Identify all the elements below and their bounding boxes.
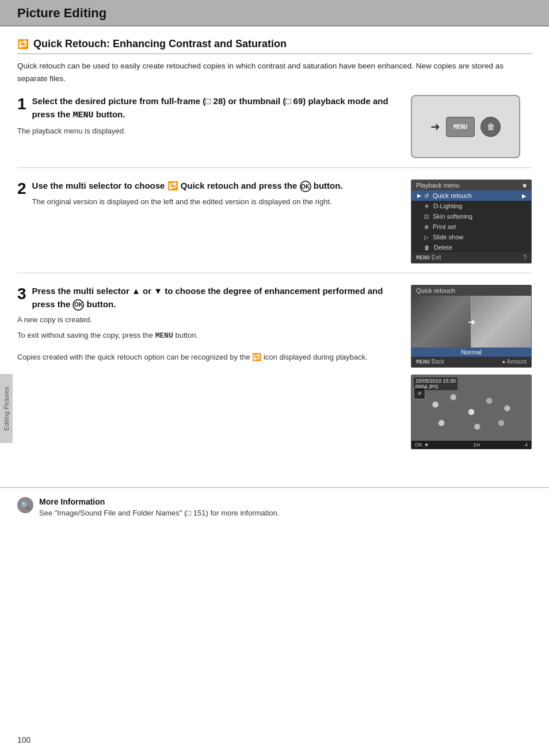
retouch-label-text: Normal [461, 349, 481, 356]
ok-button-icon-3: OK [73, 299, 84, 311]
menu-screenshot: Playback menu ■ ▶ ↺ Quick retouch ▶ ☀ D-… [411, 180, 532, 264]
menu-corner-indicator: ■ [523, 182, 527, 189]
retouch-left-image [411, 296, 471, 348]
playback-ok-label: OK ★ [415, 442, 429, 448]
more-info-block: 🔍 More Information See "Image/Sound File… [17, 497, 532, 517]
page-number: 100 [17, 735, 30, 744]
step-2-left: 2 Use the multi selector to choose 🔁 Qui… [17, 180, 399, 264]
step-2-desc: The original version is displayed on the… [17, 196, 399, 208]
menu-item-quick-retouch-label: Quick retouch [433, 192, 472, 199]
menu-title-text: Playback menu [416, 182, 459, 189]
menu-item-skin-softening-label: Skin softening [433, 213, 472, 220]
retouch-title-text: Quick retouch [416, 287, 455, 294]
menu-item-d-lighting: ☀ D-Lighting [411, 201, 531, 211]
slide-show-icon: ▷ [424, 234, 429, 240]
step-2-number: 2 [17, 181, 26, 197]
section-title: 🔁 Quick Retouch: Enhancing Contrast and … [17, 38, 532, 54]
menu-item-quick-retouch: ▶ ↺ Quick retouch ▶ [411, 190, 531, 201]
menu-item-delete-label: Delete [434, 244, 452, 251]
main-content: 🔁 Quick Retouch: Enhancing Contrast and … [0, 26, 549, 482]
section-intro: Quick retouch can be used to easily crea… [17, 60, 532, 85]
menu-arrow-icon: ▶ [522, 193, 527, 199]
playback-retouch-icon: ↺ [414, 388, 425, 399]
quick-retouch-menu-icon: ↺ [424, 193, 429, 199]
step-1-title: Select the desired picture from full-fra… [17, 95, 399, 122]
menu-item-slide-show-label: Slide show [433, 234, 463, 240]
step-2-image: Playback menu ■ ▶ ↺ Quick retouch ▶ ☀ D-… [411, 180, 532, 264]
menu-item-delete: 🗑 Delete [411, 242, 531, 253]
more-info-icon: 🔍 [17, 497, 33, 513]
arrow-icon: ➜ [430, 120, 440, 133]
menu-footer: MENU Exit ? [411, 253, 531, 263]
print-set-icon: ⊕ [424, 224, 429, 230]
step-3-desc2: To exit without saving the copy, press t… [17, 330, 399, 342]
more-info-content: More Information See "Image/Sound File a… [39, 497, 279, 517]
retouch-menu-label: MENU [416, 359, 430, 365]
menu-item-d-lighting-label: D-Lighting [433, 203, 462, 209]
sidebar-label: Editing Pictures [3, 387, 10, 430]
step-1: 1 Select the desired picture from full-f… [17, 95, 532, 168]
skin-softening-icon: ⊡ [424, 213, 429, 220]
menu-selector-icon: ▶ [416, 193, 422, 198]
quick-retouch-icon: 🔁 [17, 39, 29, 49]
page-title: Picture Editing [17, 6, 532, 21]
ok-button-icon-2: OK [300, 181, 311, 192]
retouch-title-bar: Quick retouch [411, 285, 531, 296]
d-lighting-icon: ☀ [424, 203, 429, 209]
step-3-images: Quick retouch ➜ Normal MENU Back ● Amoun… [411, 285, 532, 449]
retouch-screenshot: Quick retouch ➜ Normal MENU Back ● Amoun… [411, 285, 532, 368]
playback-screenshot: 15/05/2010 15:30 0004.JPG ↺ OK ★ 1m 4 [411, 375, 532, 449]
playback-date-text: 15/05/2010 15:30 [415, 378, 456, 384]
step-2-title: Use the multi selector to choose 🔁 Quick… [17, 180, 399, 193]
menu-label-step1: MENU [73, 110, 93, 120]
section-title-text: Quick Retouch: Enhancing Contrast and Sa… [33, 38, 287, 50]
more-info-title: More Information [39, 497, 279, 506]
menu-item-print-set: ⊕ Print set [411, 222, 531, 232]
page-header: Picture Editing [0, 0, 549, 26]
menu-item-skin-softening: ⊡ Skin softening [411, 211, 531, 222]
retouch-right-image [471, 296, 531, 348]
menu-footer-left: MENU Exit [416, 254, 441, 261]
step-3-left: 3 Press the multi selector ▲ or ▼ to cho… [17, 285, 399, 449]
step-1-desc: The playback menu is displayed. [17, 125, 399, 138]
step-1-left: 1 Select the desired picture from full-f… [17, 95, 399, 158]
playback-info: 1m [473, 442, 481, 448]
retouch-footer-left: MENU Back [416, 358, 444, 365]
step-2: 2 Use the multi selector to choose 🔁 Qui… [17, 180, 532, 273]
camera-trash-button: 🗑 [481, 117, 501, 137]
retouch-arrow-icon: ➜ [468, 316, 475, 327]
menu-item-print-set-label: Print set [433, 223, 456, 230]
step-3-title: Press the multi selector ▲ or ▼ to choos… [17, 285, 399, 311]
menu-label-step3: MENU [155, 331, 173, 340]
step-3-desc3: Copies created with the quick retouch op… [17, 352, 399, 364]
menu-item-slide-show: ▷ Slide show [411, 232, 531, 242]
step-1-number: 1 [17, 96, 26, 112]
step-3: 3 Press the multi selector ▲ or ▼ to cho… [17, 285, 532, 459]
retouch-footer-right: ● Amount [502, 358, 527, 365]
playback-footer-bar: OK ★ 1m 4 [411, 441, 531, 449]
menu-label-footer: MENU [416, 255, 430, 261]
step-1-image: ➜ MENU 🗑 [411, 95, 532, 158]
delete-icon: 🗑 [424, 245, 430, 251]
more-info-text: See "Image/Sound File and Folder Names" … [39, 509, 279, 517]
step-3-desc1: A new copy is created. [17, 314, 399, 326]
retouch-footer: MENU Back ● Amount [411, 357, 531, 367]
sidebar-tab: Editing Pictures [0, 374, 13, 443]
menu-footer-right: ? [523, 254, 527, 261]
camera-menu-button: MENU [446, 117, 475, 137]
bottom-section: 🔍 More Information See "Image/Sound File… [0, 487, 549, 532]
step-3-number: 3 [17, 286, 26, 302]
menu-title-bar: Playback menu ■ [411, 180, 531, 190]
camera-diagram: ➜ MENU 🗑 [411, 95, 520, 158]
retouch-image-area: ➜ [411, 296, 531, 348]
retouch-label-bar: Normal [411, 348, 531, 357]
playback-count: 4 [525, 442, 528, 448]
